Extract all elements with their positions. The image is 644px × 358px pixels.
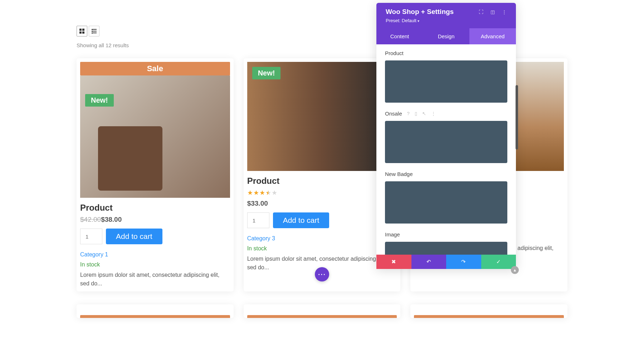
product-price: $33.00	[247, 200, 397, 207]
check-icon: ✓	[496, 259, 501, 265]
product-description: Lorem ipsum dolor sit amet, consectetur …	[80, 271, 230, 288]
star-icon: ★	[253, 189, 259, 197]
code-editor-onsale[interactable]	[385, 121, 507, 163]
list-icon	[92, 29, 97, 33]
quantity-input[interactable]	[247, 212, 269, 228]
panel-tabs: Content Design Advanced	[376, 28, 516, 44]
tab-design[interactable]: Design	[423, 28, 469, 44]
redo-button[interactable]: ↷	[446, 255, 481, 269]
product-card[interactable]	[410, 304, 567, 318]
tab-content[interactable]: Content	[376, 28, 423, 44]
category-link[interactable]: Category 3	[247, 235, 397, 242]
save-button[interactable]: ✓	[481, 255, 516, 269]
code-editor-new-badge[interactable]	[385, 181, 507, 224]
panel-footer: ✖ ↶ ↷ ✓	[376, 255, 516, 269]
product-card[interactable]: Sale New! Product $42.00$38.00 Add to ca…	[77, 58, 234, 291]
product-image[interactable]: New!	[80, 75, 230, 198]
hover-icon[interactable]: ↖	[422, 111, 426, 116]
grid-view-button[interactable]	[77, 26, 87, 36]
more-actions-button[interactable]: ⋯	[315, 267, 329, 281]
star-icon: ★	[272, 189, 277, 197]
grid-icon	[79, 29, 84, 34]
panel-header[interactable]: Woo Shop + Settings ⛶ ◫ ⋮ Preset: Defaul…	[376, 3, 516, 28]
rating-stars: ★ ★ ★ ★ ★	[247, 189, 397, 197]
close-icon: ✖	[391, 259, 396, 265]
redo-icon: ↷	[461, 259, 466, 265]
product-title[interactable]: Product	[247, 176, 397, 186]
code-editor-image[interactable]	[385, 242, 507, 255]
undo-button[interactable]: ↶	[411, 255, 447, 269]
stock-status: In stock	[247, 245, 397, 252]
panel-body[interactable]: Product Onsale ? ▯ ↖ ⋮ New Badge Image	[376, 44, 516, 255]
tab-advanced[interactable]: Advanced	[469, 28, 516, 44]
add-to-cart-button[interactable]: Add to cart	[273, 212, 330, 228]
section-label-onsale: Onsale ? ▯ ↖ ⋮	[385, 111, 507, 117]
new-badge: New!	[252, 67, 281, 79]
code-editor-product[interactable]	[385, 60, 507, 103]
star-icon: ★	[265, 189, 271, 197]
panel-scrollbar[interactable]	[516, 85, 518, 149]
list-view-button[interactable]	[89, 26, 99, 36]
product-price: $42.00$38.00	[80, 216, 230, 224]
product-card[interactable]	[77, 304, 234, 318]
section-label-product: Product	[385, 50, 507, 56]
product-card[interactable]	[244, 304, 401, 318]
stock-status: In stock	[80, 261, 230, 268]
category-link[interactable]: Category 1	[80, 251, 230, 258]
product-title[interactable]: Product	[80, 203, 230, 213]
more-icon[interactable]: ⋮	[502, 9, 507, 15]
section-label-image: Image	[385, 231, 507, 237]
product-image[interactable]: New!	[247, 62, 397, 171]
old-price: $42.00	[80, 216, 101, 223]
more-icon[interactable]: ⋮	[431, 111, 436, 116]
settings-panel: Woo Shop + Settings ⛶ ◫ ⋮ Preset: Defaul…	[376, 3, 516, 269]
close-button[interactable]: ✖	[376, 255, 411, 269]
preset-dropdown[interactable]: Preset: Default	[386, 18, 507, 23]
help-icon[interactable]: ?	[407, 111, 410, 116]
star-icon: ★	[259, 189, 265, 197]
columns-icon[interactable]: ◫	[491, 9, 495, 15]
undo-icon: ↶	[426, 259, 431, 265]
mobile-icon[interactable]: ▯	[415, 111, 417, 116]
sale-badge: Sale	[80, 62, 230, 75]
ellipsis-icon: ⋯	[318, 270, 326, 279]
product-grid-row-2	[77, 304, 567, 318]
star-icon: ★	[247, 189, 253, 197]
scroll-to-top-button[interactable]: ▲	[511, 266, 519, 274]
quantity-input[interactable]	[80, 229, 102, 244]
new-badge: New!	[85, 94, 114, 107]
section-label-new-badge: New Badge	[385, 171, 507, 177]
expand-icon[interactable]: ⛶	[479, 9, 483, 15]
add-to-cart-button[interactable]: Add to cart	[106, 229, 162, 244]
panel-title: Woo Shop + Settings	[386, 8, 454, 16]
chevron-up-icon: ▲	[513, 268, 517, 272]
